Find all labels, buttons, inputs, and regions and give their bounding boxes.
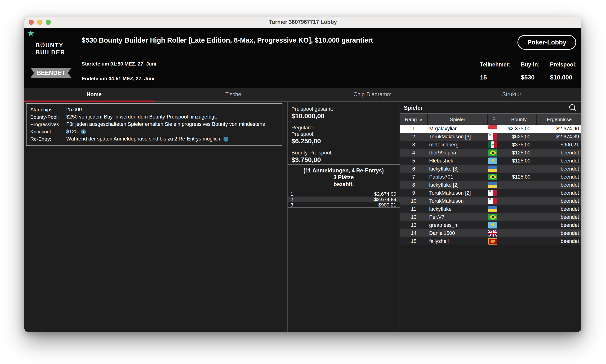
prizepool-summary: Preispool gesamt: $10.000,00 Regulärer P… bbox=[288, 103, 400, 164]
tab-tische[interactable]: Tische bbox=[163, 88, 303, 103]
window-controls bbox=[29, 20, 51, 25]
sort-asc-icon: ∧ bbox=[420, 117, 423, 122]
malta-flag-icon bbox=[486, 190, 499, 196]
player-bounty: $125,00 bbox=[499, 174, 534, 180]
info-row-value: 25.000 bbox=[66, 106, 82, 113]
bounty-header-label: Bounty bbox=[511, 117, 526, 122]
minimize-button[interactable] bbox=[37, 20, 42, 25]
entries-summary: (11 Anmeldungen, 4 Re-Entrys) 3 Plätze b… bbox=[288, 164, 400, 191]
results-header-label: Ergebnisse bbox=[547, 117, 572, 122]
kazakhstan-flag-icon bbox=[486, 157, 499, 164]
end-time: Endete um 04:51 MEZ, 27. Juni bbox=[82, 76, 154, 81]
player-row[interactable]: 14Daniel1500beendet bbox=[400, 229, 581, 237]
player-row[interactable]: 11luckyflukebeendet bbox=[400, 205, 581, 213]
player-bounty: $2.375,00 bbox=[499, 126, 534, 132]
payout-place: 3. bbox=[290, 202, 295, 208]
player-result: beendet bbox=[534, 214, 581, 220]
player-result: $2.674,90 bbox=[534, 126, 581, 132]
bounty-prizepool-value: $3.750,00 bbox=[291, 156, 396, 164]
info-row-value-text: Während der späten Anmeldephase sind bis… bbox=[66, 136, 222, 142]
player-result: beendet bbox=[534, 182, 581, 188]
stat-value: $10.000 bbox=[550, 74, 577, 81]
player-rank: 2 bbox=[400, 134, 427, 140]
uk-flag-icon bbox=[486, 230, 499, 236]
payout-place: 2. bbox=[290, 196, 295, 202]
mexico-flag-icon bbox=[486, 142, 499, 148]
ukraine-flag-icon bbox=[486, 182, 499, 188]
player-row[interactable]: 4thor99alpha$125,00beendet bbox=[400, 149, 581, 157]
crosshair-o-icon: O bbox=[40, 42, 45, 49]
info-row-label: Progressives Knockout: bbox=[30, 121, 66, 135]
player-rank: 7 bbox=[400, 174, 427, 180]
players-table-header: Rang ∧ Spieler ⚐ Bounty Ergebnisse bbox=[400, 114, 581, 125]
player-row[interactable]: 7Pablos701$125,00beendet bbox=[400, 173, 581, 181]
info-row: Re-Entry:Während der späten Anmeldephase… bbox=[30, 135, 279, 143]
player-row[interactable]: 8luckyfluke [2]beendet bbox=[400, 181, 581, 189]
column-header-player[interactable]: Spieler bbox=[428, 114, 487, 125]
info-row-value: Während der späten Anmeldephase sind bis… bbox=[66, 135, 229, 143]
player-row[interactable]: 3metelindberg$375,00$900,21 bbox=[400, 141, 581, 149]
stat-2: Preispool:$10.000 bbox=[550, 62, 577, 81]
star-icon: ★ bbox=[27, 28, 35, 38]
stat-1: Buy-in:$530 bbox=[521, 62, 539, 81]
player-name: failyshell bbox=[427, 238, 486, 244]
payout-row: 3.$900,21 bbox=[288, 202, 400, 208]
stat-0: Teilnehmer:15 bbox=[480, 62, 511, 81]
player-row[interactable]: 13greatness_mbeendet bbox=[400, 221, 581, 229]
search-icon[interactable] bbox=[568, 103, 578, 113]
player-row[interactable]: 2TorukMaktuson [3]$625,00$2.674,89 bbox=[400, 133, 581, 141]
bounty-builder-logo: BOUNTY BUILDER bbox=[36, 42, 65, 56]
player-rank: 13 bbox=[400, 222, 427, 228]
player-rank: 9 bbox=[400, 190, 427, 196]
payout-place: 1. bbox=[290, 191, 295, 197]
player-row[interactable]: 15failyshellbeendet bbox=[400, 237, 581, 245]
prizepool-pane: Preispool gesamt: $10.000,00 Regulärer P… bbox=[287, 103, 400, 332]
tab-chip-diagramm[interactable]: Chip-Diagramm bbox=[303, 88, 442, 103]
rank-header-label: Rang bbox=[405, 117, 417, 122]
info-icon[interactable]: i bbox=[223, 137, 229, 142]
player-result: beendet bbox=[534, 190, 581, 196]
player-result: beendet bbox=[534, 206, 581, 212]
titlebar: Turnier 3607967717 Lobby bbox=[24, 16, 581, 28]
player-bounty: $125,00 bbox=[499, 158, 534, 164]
stat-value: $530 bbox=[521, 74, 539, 81]
column-header-rank[interactable]: Rang ∧ bbox=[400, 114, 427, 125]
player-row[interactable]: 1Mrgalaxyliar$2.375,00$2.674,90 bbox=[400, 125, 581, 133]
indonesia-flag-icon bbox=[486, 125, 499, 132]
player-row[interactable]: 12Per.V7beendet bbox=[400, 213, 581, 221]
tab-bar: HomeTischeChip-DiagrammStruktur bbox=[24, 88, 581, 103]
player-result: beendet bbox=[534, 158, 581, 164]
player-name: Daniel1500 bbox=[427, 230, 486, 236]
info-row: Startchips:25.000 bbox=[30, 106, 279, 113]
player-result: beendet bbox=[534, 222, 581, 228]
close-button[interactable] bbox=[29, 20, 34, 25]
tab-home[interactable]: Home bbox=[24, 88, 163, 103]
player-name: TorukMaktuson [2] bbox=[427, 190, 486, 196]
player-row[interactable]: 6luckyfluke [3]beendet bbox=[400, 165, 581, 173]
player-name: Hlebushek bbox=[427, 158, 486, 164]
column-header-results[interactable]: Ergebnisse bbox=[537, 114, 581, 125]
tab-struktur[interactable]: Struktur bbox=[442, 88, 581, 103]
zoom-button[interactable] bbox=[46, 20, 51, 25]
info-icon[interactable]: i bbox=[81, 129, 86, 134]
player-row[interactable]: 9TorukMaktuson [2]beendet bbox=[400, 189, 581, 197]
tournament-title: $530 Bounty Builder High Roller [Late Ed… bbox=[82, 36, 496, 44]
places-paid-line2: bezahlt. bbox=[288, 181, 400, 188]
player-rank: 4 bbox=[400, 150, 427, 156]
payout-amount: $2.674,89 bbox=[374, 196, 396, 202]
player-name: TorukMaktuson bbox=[427, 198, 486, 204]
player-row[interactable]: 10TorukMaktusonbeendet bbox=[400, 197, 581, 205]
brazil-flag-icon bbox=[486, 214, 499, 221]
tournament-header: ★ BOUNTY BUILDER BEENDET $530 Bounty Bui… bbox=[24, 28, 581, 88]
column-header-flag[interactable]: ⚐ bbox=[488, 114, 501, 125]
regular-prizepool-value: $6.250,00 bbox=[291, 137, 396, 145]
poker-lobby-button[interactable]: Poker-Lobby bbox=[517, 35, 576, 50]
stat-label: Buy-in: bbox=[521, 62, 539, 68]
player-row[interactable]: 5Hlebushek$125,00beendet bbox=[400, 157, 581, 165]
payout-amount: $900,21 bbox=[378, 202, 396, 208]
tournament-lobby-window: Turnier 3607967717 Lobby ★ BOUNTY BUILDE… bbox=[24, 16, 581, 332]
info-row-value: Für jeden ausgeschalteten Spieler erhalt… bbox=[66, 121, 275, 135]
player-result: beendet bbox=[534, 198, 581, 204]
column-header-bounty[interactable]: Bounty bbox=[501, 114, 536, 125]
info-row: Progressives Knockout:Für jeden ausgesch… bbox=[30, 121, 279, 135]
